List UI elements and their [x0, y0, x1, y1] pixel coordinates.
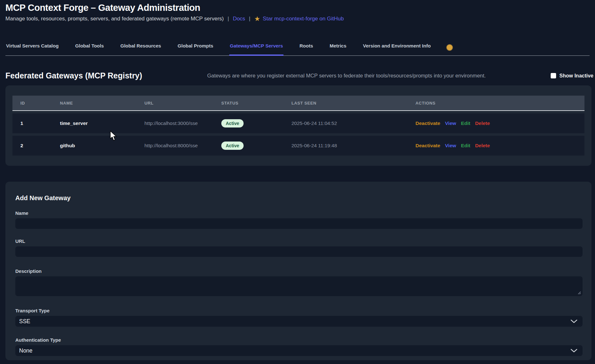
tab-gateways-mcp-servers[interactable]: Gateways/MCP Servers — [229, 42, 284, 56]
auth-type-value: None — [19, 347, 33, 354]
col-header-id: ID — [12, 96, 52, 111]
tab-roots[interactable]: Roots — [299, 42, 314, 56]
description-textarea[interactable] — [15, 276, 583, 296]
delete-link[interactable]: Delete — [475, 143, 490, 149]
tab-virtual-servers-catalog[interactable]: Virtual Servers Catalog — [5, 42, 59, 56]
status-badge: Active — [221, 142, 244, 150]
resize-handle-icon[interactable] — [577, 291, 581, 295]
table-row: 2 github http://localhost:8000/sse Activ… — [12, 136, 584, 156]
col-header-actions: ACTIONS — [408, 96, 584, 111]
cell-actions: Deactivate View Edit Delete — [408, 113, 584, 133]
delete-link[interactable]: Delete — [475, 120, 490, 126]
section-description: Gateways are where you register external… — [142, 73, 551, 79]
name-input[interactable] — [15, 218, 583, 229]
cell-name: time_server — [52, 113, 136, 133]
deactivate-link[interactable]: Deactivate — [415, 120, 440, 126]
gateways-section-header: Federated Gateways (MCP Registry) Gatewa… — [5, 71, 593, 80]
cell-id: 1 — [12, 113, 52, 133]
cell-url: http://localhost:3000/sse — [136, 113, 213, 133]
transport-type-value: SSE — [19, 318, 30, 325]
chevron-down-icon — [570, 319, 577, 323]
show-inactive-label: Show Inactive — [559, 73, 593, 79]
divider: | — [228, 16, 229, 22]
auth-type-label: Authentication Type — [15, 337, 582, 343]
view-link[interactable]: View — [445, 120, 456, 126]
cell-name: github — [52, 136, 136, 156]
star-icon: ★ — [254, 15, 260, 22]
col-header-status: STATUS — [213, 96, 283, 111]
page: MCP Context Forge – Gateway Administrati… — [0, 0, 595, 364]
tab-global-tools[interactable]: Global Tools — [75, 42, 105, 56]
gateways-table: ID NAME URL STATUS LAST SEEN ACTIONS 1 t… — [12, 93, 584, 158]
cell-last-seen: 2025-06-24 11:19:48 — [283, 136, 408, 156]
cell-url: http://localhost:8000/sse — [136, 136, 213, 156]
edit-link[interactable]: Edit — [461, 143, 470, 149]
chevron-down-icon — [570, 349, 577, 353]
description-label: Description — [15, 268, 582, 274]
gateways-table-panel: ID NAME URL STATUS LAST SEEN ACTIONS 1 t… — [5, 85, 591, 166]
transport-type-label: Transport Type — [15, 308, 582, 313]
deactivate-link[interactable]: Deactivate — [415, 143, 440, 149]
view-link[interactable]: View — [445, 143, 456, 149]
divider: | — [249, 16, 250, 22]
section-title: Federated Gateways (MCP Registry) — [5, 71, 142, 80]
auth-type-select[interactable]: None — [15, 345, 583, 356]
tab-global-prompts[interactable]: Global Prompts — [177, 42, 214, 56]
tab-bar: Virtual Servers Catalog Global Tools Glo… — [5, 42, 590, 56]
cell-last-seen: 2025-06-24 11:04:52 — [283, 113, 408, 133]
docs-link[interactable]: Docs — [233, 16, 245, 22]
form-title: Add New Gateway — [15, 194, 582, 202]
col-header-url: URL — [136, 96, 213, 111]
page-title: MCP Context Forge – Gateway Administrati… — [5, 3, 591, 13]
subtitle-text: Manage tools, resources, prompts, server… — [5, 16, 224, 22]
tab-version-environment-info[interactable]: Version and Environment Info — [362, 42, 431, 56]
description-field-wrap — [15, 276, 583, 296]
show-inactive-control: Show Inactive — [551, 73, 593, 79]
url-input[interactable] — [15, 246, 583, 257]
tab-global-resources[interactable]: Global Resources — [120, 42, 162, 56]
sun-icon[interactable] — [447, 45, 452, 50]
subtitle: Manage tools, resources, prompts, server… — [5, 15, 591, 22]
show-inactive-checkbox[interactable] — [551, 73, 556, 78]
name-label: Name — [15, 210, 582, 216]
edit-link[interactable]: Edit — [461, 120, 470, 126]
tab-metrics[interactable]: Metrics — [329, 42, 347, 56]
col-header-last-seen: LAST SEEN — [283, 96, 408, 111]
cell-id: 2 — [12, 136, 52, 156]
github-star-link[interactable]: Star mcp-context-forge on GitHub — [263, 16, 344, 22]
table-header-row: ID NAME URL STATUS LAST SEEN ACTIONS — [12, 96, 584, 111]
col-header-name: NAME — [52, 96, 136, 111]
cell-actions: Deactivate View Edit Delete — [408, 136, 584, 156]
add-gateway-panel: Add New Gateway Name URL Description Tra… — [5, 182, 591, 360]
cell-status: Active — [213, 136, 283, 156]
transport-type-select[interactable]: SSE — [15, 316, 583, 327]
url-label: URL — [15, 238, 582, 244]
cell-status: Active — [213, 113, 283, 133]
status-badge: Active — [221, 119, 244, 127]
table-row: 1 time_server http://localhost:3000/sse … — [12, 113, 584, 133]
